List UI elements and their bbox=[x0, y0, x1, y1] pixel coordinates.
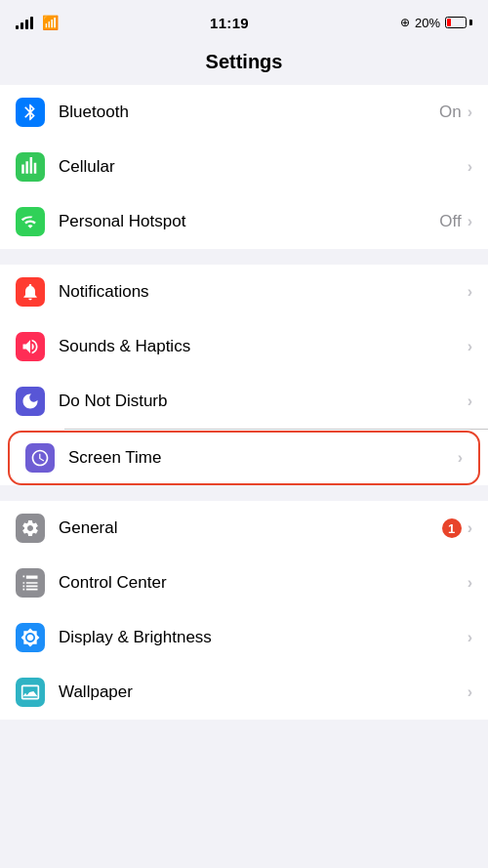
do-not-disturb-chevron: › bbox=[468, 393, 472, 410]
section-general-display: General1›Control Center›Display & Bright… bbox=[0, 501, 488, 720]
notifications-chevron: › bbox=[468, 283, 472, 301]
signal-bars bbox=[16, 16, 33, 29]
notifications-label: Notifications bbox=[59, 282, 468, 302]
battery-percent: 20% bbox=[415, 16, 440, 30]
settings-row-screen-time[interactable]: Screen Time› bbox=[8, 431, 480, 485]
wallpaper-chevron: › bbox=[468, 683, 472, 701]
battery-icon bbox=[445, 17, 472, 28]
cellular-chevron: › bbox=[468, 158, 472, 176]
general-label: General bbox=[59, 518, 442, 538]
personal-hotspot-value: Off bbox=[439, 212, 461, 231]
control-center-label: Control Center bbox=[59, 573, 468, 593]
screen-time-chevron: › bbox=[458, 449, 463, 467]
location-icon: ⊕ bbox=[400, 16, 410, 29]
display-brightness-chevron: › bbox=[468, 629, 472, 646]
settings-container: BluetoothOn›Cellular›Personal HotspotOff… bbox=[0, 85, 488, 720]
do-not-disturb-label: Do Not Disturb bbox=[59, 392, 468, 411]
settings-row-wallpaper[interactable]: Wallpaper› bbox=[0, 665, 488, 720]
sounds-haptics-label: Sounds & Haptics bbox=[59, 337, 468, 356]
notifications-icon bbox=[16, 277, 45, 307]
settings-row-cellular[interactable]: Cellular› bbox=[0, 140, 488, 194]
control-center-chevron: › bbox=[468, 574, 472, 592]
settings-row-do-not-disturb[interactable]: Do Not Disturb› bbox=[0, 374, 488, 429]
section-connectivity: BluetoothOn›Cellular›Personal HotspotOff… bbox=[0, 85, 488, 249]
wallpaper-icon bbox=[16, 678, 45, 707]
personal-hotspot-chevron: › bbox=[468, 213, 472, 230]
cellular-label: Cellular bbox=[59, 157, 468, 177]
status-left: 📶 bbox=[16, 15, 59, 30]
settings-row-control-center[interactable]: Control Center› bbox=[0, 556, 488, 610]
settings-row-sounds-haptics[interactable]: Sounds & Haptics› bbox=[0, 319, 488, 374]
sounds-haptics-chevron: › bbox=[468, 338, 472, 355]
dnd-icon bbox=[16, 387, 45, 416]
screentime-icon bbox=[25, 443, 55, 473]
display-brightness-label: Display & Brightness bbox=[59, 628, 468, 647]
status-right: ⊕ 20% bbox=[400, 16, 472, 30]
cellular-icon bbox=[16, 152, 45, 182]
bluetooth-icon bbox=[16, 98, 45, 127]
page-title: Settings bbox=[0, 43, 488, 85]
settings-row-bluetooth[interactable]: BluetoothOn› bbox=[0, 85, 488, 140]
control-center-icon bbox=[16, 568, 45, 598]
general-badge: 1 bbox=[442, 518, 462, 538]
screen-time-label: Screen Time bbox=[68, 448, 458, 468]
status-bar: 📶 11:19 ⊕ 20% bbox=[0, 0, 488, 43]
wallpaper-label: Wallpaper bbox=[59, 682, 468, 702]
hotspot-icon bbox=[16, 207, 45, 236]
personal-hotspot-label: Personal Hotspot bbox=[59, 212, 439, 231]
wifi-icon: 📶 bbox=[42, 15, 59, 30]
sounds-icon bbox=[16, 332, 45, 361]
bluetooth-value: On bbox=[439, 103, 462, 122]
display-icon bbox=[16, 623, 45, 652]
status-time: 11:19 bbox=[210, 15, 249, 31]
bluetooth-label: Bluetooth bbox=[59, 103, 439, 122]
settings-row-personal-hotspot[interactable]: Personal HotspotOff› bbox=[0, 194, 488, 249]
settings-row-notifications[interactable]: Notifications› bbox=[0, 265, 488, 319]
general-chevron: › bbox=[468, 519, 472, 537]
general-icon bbox=[16, 514, 45, 543]
settings-row-display-brightness[interactable]: Display & Brightness› bbox=[0, 610, 488, 665]
bluetooth-chevron: › bbox=[468, 103, 472, 121]
settings-row-general[interactable]: General1› bbox=[0, 501, 488, 556]
section-notifications-focus: Notifications›Sounds & Haptics›Do Not Di… bbox=[0, 265, 488, 485]
